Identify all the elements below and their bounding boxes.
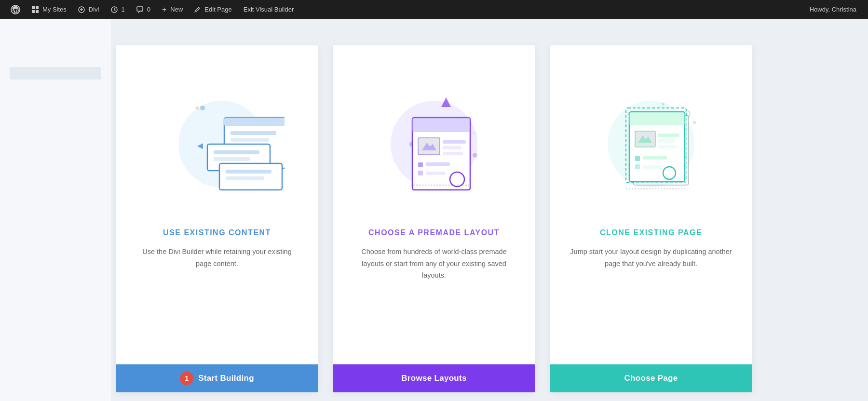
updates-menu[interactable]: 1 (106, 0, 130, 19)
svg-rect-35 (412, 118, 470, 132)
svg-text:◄: ◄ (195, 140, 205, 151)
svg-rect-39 (443, 146, 461, 149)
svg-rect-1 (32, 6, 35, 9)
svg-rect-17 (231, 131, 276, 135)
updates-count: 1 (122, 6, 125, 13)
browse-layouts-label: Browse Layouts (401, 374, 467, 383)
svg-rect-63 (643, 165, 662, 169)
svg-rect-43 (426, 162, 450, 166)
svg-rect-23 (214, 150, 259, 154)
svg-rect-27 (226, 176, 264, 180)
my-sites-menu[interactable]: My Sites (27, 0, 71, 19)
svg-rect-62 (643, 156, 667, 160)
greeting: Howdy, Christina (810, 6, 862, 13)
clone-page-card: × ► (550, 45, 752, 392)
edit-page-menu[interactable]: Edit Page (190, 0, 236, 19)
svg-rect-38 (443, 140, 466, 144)
svg-point-66 (693, 121, 696, 124)
premade-layout-card: × ◇ (333, 45, 535, 392)
divi-label: Divi (89, 6, 99, 13)
svg-point-31 (473, 153, 477, 158)
clone-page-description: Jump start your layout design by duplica… (550, 246, 752, 350)
clone-page-title: CLONE EXISTING PAGE (585, 228, 717, 237)
svg-rect-7 (137, 7, 143, 11)
svg-rect-26 (226, 170, 271, 174)
premade-layout-description: Choose from hundreds of world-class prem… (333, 246, 535, 350)
choose-page-button[interactable]: Choose Page (550, 364, 752, 392)
svg-rect-41 (418, 162, 423, 167)
use-existing-card: × ◇ - - ◄ (116, 45, 318, 392)
divi-menu[interactable]: Divi (73, 0, 104, 19)
browse-layouts-button[interactable]: Browse Layouts (333, 364, 535, 392)
svg-rect-57 (658, 134, 679, 137)
svg-rect-4 (36, 10, 39, 13)
start-building-button[interactable]: 1 Start Building (116, 364, 318, 392)
svg-rect-40 (443, 152, 463, 155)
new-menu[interactable]: + New (157, 0, 188, 19)
svg-rect-3 (32, 10, 35, 13)
clone-page-illustration: × ► (550, 45, 752, 228)
svg-point-65 (662, 103, 665, 106)
svg-rect-58 (658, 139, 675, 143)
exit-visual-builder-label: Exit Visual Builder (244, 6, 294, 13)
use-existing-illustration: × ◇ - - ◄ (116, 45, 318, 228)
admin-bar: My Sites Divi 1 0 + New Edit Page Exit V… (0, 0, 868, 19)
use-existing-description: Use the Divi Builder while retaining you… (116, 246, 318, 350)
svg-rect-59 (658, 145, 677, 148)
comments-menu[interactable]: 0 (132, 0, 155, 19)
sidebar-placeholder (10, 67, 101, 80)
main-content: × ◇ - - ◄ (0, 19, 868, 401)
choose-page-label: Choose Page (624, 374, 678, 383)
svg-rect-42 (418, 171, 423, 175)
svg-rect-54 (629, 112, 685, 125)
svg-text:◇: ◇ (473, 130, 476, 135)
start-building-label: Start Building (198, 374, 254, 383)
premade-layout-illustration: × ◇ (333, 45, 535, 228)
svg-text:- -: - - (200, 181, 204, 186)
svg-rect-2 (36, 6, 39, 9)
edit-page-label: Edit Page (204, 6, 231, 13)
my-sites-label: My Sites (42, 6, 67, 13)
svg-rect-24 (214, 157, 250, 161)
svg-rect-60 (635, 156, 640, 161)
svg-text:×: × (195, 104, 199, 112)
svg-rect-44 (426, 172, 445, 175)
comments-count: 0 (147, 6, 150, 13)
new-label: New (170, 6, 183, 13)
premade-layout-title: CHOOSE A PREMADE LAYOUT (354, 228, 514, 237)
svg-rect-18 (231, 138, 269, 142)
svg-point-9 (200, 106, 205, 110)
svg-rect-61 (635, 164, 640, 169)
left-sidebar (0, 19, 111, 401)
svg-rect-16 (224, 118, 285, 126)
use-existing-title: USE EXISTING CONTENT (149, 228, 285, 237)
wordpress-logo[interactable] (6, 0, 25, 19)
badge-number: 1 (180, 372, 193, 385)
exit-visual-builder[interactable]: Exit Visual Builder (239, 0, 299, 19)
